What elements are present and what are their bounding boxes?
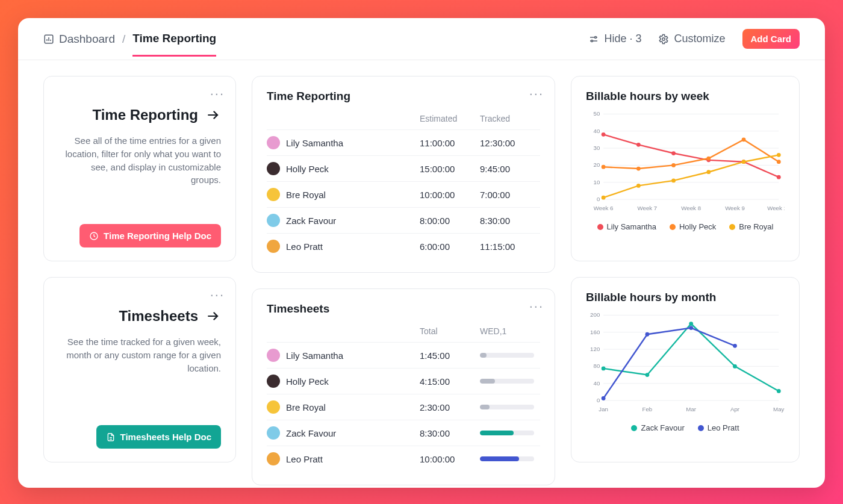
billable-month-chart-card: Billable hours by month 04080120160200Ja… bbox=[571, 277, 800, 462]
table-row[interactable]: Holly Peck 4:15:00 bbox=[267, 368, 540, 394]
svg-point-28 bbox=[602, 165, 606, 169]
progress-bar bbox=[480, 405, 534, 409]
table-row[interactable]: Zack Favour 8:30:00 bbox=[267, 420, 540, 446]
svg-point-31 bbox=[706, 157, 711, 161]
table-row[interactable]: Zack Favour 8:00:00 8:30:00 bbox=[267, 207, 540, 233]
billable-week-chart-card: Billable hours by week 01020304050Week 6… bbox=[571, 76, 800, 261]
svg-point-63 bbox=[645, 332, 650, 337]
tracked-value: 8:30:00 bbox=[480, 216, 540, 226]
progress-bar bbox=[480, 431, 534, 435]
column-header: Tracked bbox=[480, 114, 540, 123]
time-reporting-table-card: ··· Time Reporting Estimated Tracked Lil… bbox=[252, 76, 555, 273]
svg-text:Week 9: Week 9 bbox=[725, 205, 745, 211]
table-row[interactable]: Lily Samantha 1:45:00 bbox=[267, 342, 540, 368]
total-value: 1:45:00 bbox=[420, 350, 480, 361]
table-row[interactable]: Lily Samantha 11:00:00 12:30:00 bbox=[267, 129, 540, 155]
sliders-icon bbox=[588, 34, 599, 45]
svg-point-22 bbox=[602, 132, 606, 137]
svg-point-33 bbox=[777, 160, 781, 164]
svg-text:Mar: Mar bbox=[686, 406, 696, 412]
person-name: Lily Samantha bbox=[286, 350, 343, 361]
svg-text:160: 160 bbox=[590, 329, 600, 335]
card-title: Time Reporting bbox=[92, 107, 198, 123]
card-title: Billable hours by month bbox=[586, 291, 785, 304]
card-more-button[interactable]: ··· bbox=[210, 86, 225, 102]
person-name: Bre Royal bbox=[286, 190, 326, 200]
svg-point-57 bbox=[602, 367, 606, 371]
arrow-right-icon[interactable] bbox=[205, 308, 221, 324]
svg-text:Week 6: Week 6 bbox=[594, 205, 614, 211]
column-header: WED,1 bbox=[480, 326, 540, 336]
card-title: Time Reporting bbox=[267, 90, 540, 103]
card-description: See all of the time entries for a given … bbox=[58, 134, 221, 187]
document-icon bbox=[106, 432, 116, 442]
svg-point-24 bbox=[671, 151, 676, 155]
svg-text:0: 0 bbox=[597, 397, 600, 403]
table-row[interactable]: Leo Pratt 10:00:00 bbox=[267, 446, 540, 471]
svg-point-3 bbox=[662, 37, 665, 40]
table-row[interactable]: Bre Royal 2:30:00 bbox=[267, 394, 540, 420]
breadcrumb-current[interactable]: Time Reporting bbox=[132, 32, 216, 57]
table-row[interactable]: Holly Peck 15:00:00 9:45:00 bbox=[267, 155, 540, 181]
estimated-value: 11:00:00 bbox=[420, 138, 480, 148]
breadcrumb: Dashboard / Time Reporting bbox=[43, 32, 216, 57]
line-chart: 04080120160200JanFebMarAprMay bbox=[586, 308, 785, 416]
person-name: Holly Peck bbox=[286, 376, 329, 387]
estimated-value: 15:00:00 bbox=[420, 164, 480, 174]
add-card-button[interactable]: Add Card bbox=[742, 29, 800, 49]
person-name: Leo Pratt bbox=[286, 241, 323, 252]
tracked-value: 11:15:00 bbox=[480, 241, 540, 252]
hide-button[interactable]: Hide · 3 bbox=[588, 33, 641, 45]
svg-text:40: 40 bbox=[594, 128, 600, 134]
timesheets-info-card: ··· Timesheets See the time tracked for … bbox=[43, 277, 236, 462]
person-name: Zack Favour bbox=[286, 428, 336, 438]
svg-point-62 bbox=[602, 396, 606, 400]
svg-text:Week 10: Week 10 bbox=[767, 205, 785, 211]
svg-point-36 bbox=[671, 178, 676, 182]
hide-label: Hide · 3 bbox=[604, 33, 641, 45]
help-button-label: Timesheets Help Doc bbox=[120, 432, 211, 442]
svg-point-32 bbox=[742, 137, 746, 142]
svg-point-2 bbox=[591, 40, 593, 42]
legend-item: Bre Royal bbox=[729, 222, 773, 231]
breadcrumb-dashboard[interactable]: Dashboard bbox=[43, 33, 115, 57]
svg-text:May: May bbox=[773, 406, 784, 412]
tracked-value: 12:30:00 bbox=[480, 138, 540, 148]
progress-bar bbox=[480, 379, 534, 384]
table-row[interactable]: Leo Pratt 6:00:00 11:15:00 bbox=[267, 233, 540, 259]
svg-point-61 bbox=[777, 389, 781, 393]
legend-item: Lily Samantha bbox=[597, 222, 656, 231]
timesheets-help-button[interactable]: Timesheets Help Doc bbox=[96, 425, 221, 449]
legend-item: Holly Peck bbox=[670, 222, 716, 231]
total-value: 10:00:00 bbox=[420, 454, 480, 464]
customize-label: Customize bbox=[674, 33, 725, 45]
card-more-button[interactable]: ··· bbox=[529, 299, 544, 314]
svg-text:10: 10 bbox=[594, 179, 600, 185]
svg-text:200: 200 bbox=[590, 311, 600, 318]
estimated-value: 6:00:00 bbox=[420, 241, 480, 252]
progress-bar bbox=[480, 353, 534, 358]
time-reporting-info-card: ··· Time Reporting See all of the time e… bbox=[43, 76, 236, 261]
table-row[interactable]: Bre Royal 10:00:00 7:00:00 bbox=[267, 181, 540, 207]
progress-bar bbox=[480, 456, 534, 461]
arrow-right-icon[interactable] bbox=[205, 107, 221, 123]
person-name: Bre Royal bbox=[286, 402, 326, 412]
line-chart: 01020304050Week 6Week 7Week 8Week 9Week … bbox=[586, 107, 785, 215]
tracked-value: 7:00:00 bbox=[480, 190, 540, 200]
svg-point-65 bbox=[733, 344, 737, 348]
estimated-value: 8:00:00 bbox=[420, 216, 480, 226]
svg-point-34 bbox=[602, 196, 606, 200]
card-more-button[interactable]: ··· bbox=[529, 86, 544, 102]
time-reporting-help-button[interactable]: Time Reporting Help Doc bbox=[79, 224, 221, 247]
customize-button[interactable]: Customize bbox=[658, 33, 725, 45]
svg-text:40: 40 bbox=[594, 380, 600, 387]
help-button-label: Time Reporting Help Doc bbox=[104, 231, 211, 241]
svg-text:120: 120 bbox=[590, 346, 600, 352]
total-value: 4:15:00 bbox=[420, 376, 480, 387]
person-name: Holly Peck bbox=[286, 164, 329, 174]
timesheets-table-card: ··· Timesheets Total WED,1 Lily Samantha… bbox=[252, 288, 555, 485]
svg-text:Jan: Jan bbox=[599, 406, 608, 412]
card-more-button[interactable]: ··· bbox=[210, 287, 225, 303]
svg-text:80: 80 bbox=[594, 362, 600, 369]
chart-legend: Zack FavourLeo Pratt bbox=[586, 423, 785, 432]
